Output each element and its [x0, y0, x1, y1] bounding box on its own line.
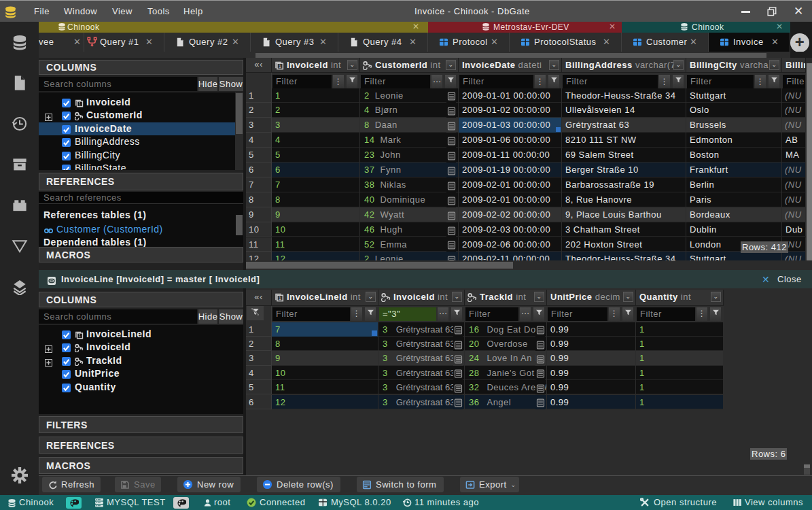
svg-text:1: 1: [78, 333, 81, 339]
svg-text:1: 1: [279, 295, 282, 301]
svg-text:1: 1: [78, 101, 81, 107]
svg-text:1: 1: [279, 63, 282, 69]
